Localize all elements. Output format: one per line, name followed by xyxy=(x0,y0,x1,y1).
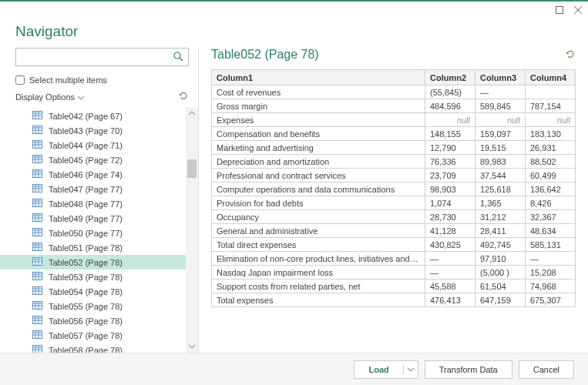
tree-item[interactable]: Table051 (Page 78) xyxy=(0,240,186,255)
transform-label: Transform Data xyxy=(439,365,498,374)
tree-item[interactable]: Table049 (Page 77) xyxy=(0,211,186,226)
table-row[interactable]: Marketing and advertising12,79019,51526,… xyxy=(212,141,576,155)
preview-table: Column1Column2Column3Column4 Cost of rev… xyxy=(211,69,576,307)
table-cell: Expenses xyxy=(212,113,425,127)
tree-item-label: Table047 (Page 77) xyxy=(49,185,123,194)
tree-item[interactable]: Table042 (Page 67) xyxy=(0,109,186,123)
tree-item[interactable]: Table045 (Page 72) xyxy=(0,152,186,167)
table-cell: 476,413 xyxy=(425,293,475,307)
table-row[interactable]: Professional and contract services23,709… xyxy=(212,169,576,182)
table-cell: 589,845 xyxy=(475,99,526,113)
table-row[interactable]: Occupancy28,73031,21232,367 xyxy=(212,210,576,224)
search-input[interactable] xyxy=(15,48,189,66)
search-field[interactable] xyxy=(21,52,173,62)
tree-item[interactable]: Table047 (Page 77) xyxy=(0,182,186,196)
svg-point-3 xyxy=(174,52,180,59)
table-row[interactable]: Provision for bad debts1,0741,3658,426 xyxy=(212,196,576,210)
table-cell: 89,983 xyxy=(475,155,526,169)
table-icon xyxy=(32,272,42,282)
transform-data-button[interactable]: Transform Data xyxy=(425,360,512,379)
table-row[interactable]: Depreciation and amortization76,33689,98… xyxy=(212,155,576,169)
select-multiple-checkbox[interactable] xyxy=(15,75,25,85)
scroll-up-icon[interactable] xyxy=(186,107,198,119)
column-header[interactable]: Column4 xyxy=(526,70,576,85)
refresh-preview-icon[interactable] xyxy=(566,49,576,61)
table-cell: Cost of revenues xyxy=(212,85,425,99)
table-cell: 675,307 xyxy=(526,293,576,307)
table-icon xyxy=(32,345,42,353)
tree-item[interactable]: Table053 (Page 78) xyxy=(0,270,186,284)
table-cell: 23,709 xyxy=(425,169,475,182)
table-cell: 74,968 xyxy=(526,280,576,293)
load-dropdown-icon[interactable] xyxy=(404,367,418,372)
tree-item-label: Table058 (Page 78) xyxy=(49,346,123,353)
table-row[interactable]: Computer operations and data communicati… xyxy=(212,182,576,196)
tree-item-label: Table057 (Page 78) xyxy=(49,331,123,340)
table-row[interactable]: Cost of revenues(55,845)— xyxy=(212,85,576,99)
display-options-dropdown[interactable]: Display Options xyxy=(15,92,84,102)
table-row[interactable]: Total direct expenses430,825492,745585,1… xyxy=(212,238,576,252)
column-header[interactable]: Column3 xyxy=(475,70,526,85)
tree-item[interactable]: Table052 (Page 78) xyxy=(0,255,186,270)
tree-item[interactable]: Table057 (Page 78) xyxy=(0,328,186,343)
tree-item[interactable]: Table046 (Page 74) xyxy=(0,167,186,182)
table-cell: 28,730 xyxy=(425,210,475,224)
tree-item-label: Table053 (Page 78) xyxy=(49,273,123,282)
tree-item-label: Table048 (Page 77) xyxy=(49,199,123,209)
maximize-icon[interactable] xyxy=(556,6,563,14)
table-cell: 1,365 xyxy=(475,196,526,210)
table-icon xyxy=(32,257,42,267)
table-cell: 12,790 xyxy=(425,141,475,155)
table-cell: 787,154 xyxy=(526,99,576,113)
table-cell: General and administrative xyxy=(212,224,425,238)
table-row[interactable]: Compensation and benefits148,155159,0971… xyxy=(212,127,576,141)
column-header[interactable]: Column1 xyxy=(212,70,425,85)
tree-item[interactable]: Table054 (Page 78) xyxy=(0,284,186,299)
tree-item[interactable]: Table056 (Page 78) xyxy=(0,313,186,328)
tree-item[interactable]: Table050 (Page 77) xyxy=(0,226,186,240)
table-icon xyxy=(32,243,42,253)
load-button[interactable]: Load xyxy=(354,360,418,379)
table-row[interactable]: Gross margin484,596589,845787,154 xyxy=(212,99,576,113)
header: Navigator xyxy=(0,18,588,48)
search-icon[interactable] xyxy=(173,52,183,63)
table-cell: — xyxy=(526,252,576,266)
cancel-button[interactable]: Cancel xyxy=(519,360,574,379)
table-row[interactable]: Total expenses476,413647,159675,307 xyxy=(212,293,576,307)
table-row[interactable]: Elimination of non-core product lines, i… xyxy=(212,252,576,266)
table-cell: Total direct expenses xyxy=(212,238,425,252)
scroll-thumb[interactable] xyxy=(187,159,197,178)
table-icon xyxy=(32,169,42,179)
table-icon xyxy=(32,316,42,326)
refresh-icon[interactable] xyxy=(179,91,189,102)
table-icon xyxy=(32,111,42,121)
table-row[interactable]: Nasdaq Japan impairment loss—(5,000 )15,… xyxy=(212,266,576,280)
table-cell: 28,411 xyxy=(475,224,526,238)
tree-item[interactable]: Table048 (Page 77) xyxy=(0,196,186,211)
tree-item[interactable]: Table044 (Page 71) xyxy=(0,138,186,152)
table-row[interactable]: Expensesnullnullnull xyxy=(212,113,576,127)
scroll-down-icon[interactable] xyxy=(186,340,198,353)
tree-item[interactable]: Table058 (Page 78) xyxy=(0,343,186,353)
table-icon xyxy=(32,228,42,238)
table-cell: Nasdaq Japan impairment loss xyxy=(212,266,425,280)
scroll-track[interactable] xyxy=(186,119,198,340)
table-cell: null xyxy=(475,113,526,127)
table-cell: 88,502 xyxy=(526,155,576,169)
footer: Load Transform Data Cancel xyxy=(0,353,588,385)
tree-item[interactable]: Table055 (Page 78) xyxy=(0,299,186,313)
tree-scrollbar[interactable] xyxy=(186,107,198,353)
tree-item-label: Table052 (Page 78) xyxy=(49,258,123,267)
table-tree: Table042 (Page 67)Table043 (Page 70)Tabl… xyxy=(0,107,186,353)
tree-item-label: Table055 (Page 78) xyxy=(49,302,123,311)
cancel-label: Cancel xyxy=(533,365,559,374)
close-icon[interactable] xyxy=(574,6,582,14)
table-cell: 136,642 xyxy=(526,182,576,196)
tree-item-label: Table043 (Page 70) xyxy=(49,126,123,136)
tree-item[interactable]: Table043 (Page 70) xyxy=(0,123,186,138)
table-row[interactable]: General and administrative41,12828,41148… xyxy=(212,224,576,238)
table-row[interactable]: Support costs from related parties, net4… xyxy=(212,280,576,293)
table-cell: 32,367 xyxy=(526,210,576,224)
table-cell: (5,000 ) xyxy=(475,266,526,280)
column-header[interactable]: Column2 xyxy=(425,70,475,85)
